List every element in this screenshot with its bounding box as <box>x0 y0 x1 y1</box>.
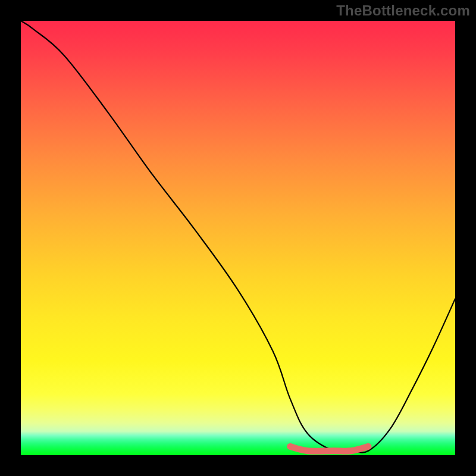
highlight-path <box>290 446 368 451</box>
chart-svg <box>21 21 455 455</box>
plot-area <box>21 21 455 455</box>
chart-frame: TheBottleneck.com <box>0 0 476 476</box>
watermark-label: TheBottleneck.com <box>336 2 470 19</box>
curve-path <box>21 21 455 453</box>
